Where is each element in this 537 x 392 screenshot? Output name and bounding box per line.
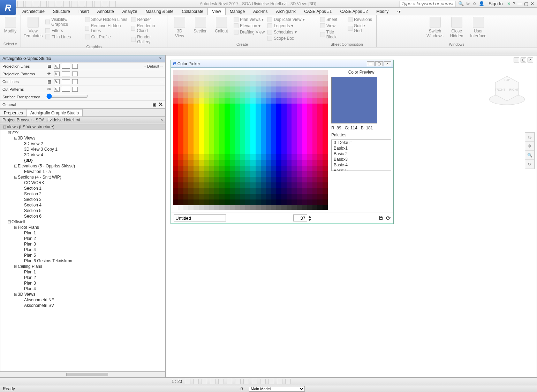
tree-node[interactable]: ⊟??? [0, 130, 165, 135]
temp-hide-icon[interactable] [252, 379, 257, 384]
pattern-icon[interactable] [72, 71, 78, 76]
tree-node[interactable]: ⊟Floor Plans [0, 225, 165, 230]
app-menu-button[interactable]: R [0, 0, 16, 15]
view-templates-button[interactable]: View Templates [24, 17, 43, 38]
visibility-toggle-icon[interactable]: 👁 [46, 87, 52, 92]
ribbon-legends-[interactable]: Legends ▾ [267, 23, 305, 29]
ribbon-revisions[interactable]: Revisions [348, 17, 373, 22]
color-grid[interactable] [173, 70, 328, 205]
visibility-toggle-icon[interactable]: ▦ [46, 64, 52, 69]
zoom-icon[interactable]: 🔍 [525, 151, 534, 160]
transparency-slider[interactable] [46, 93, 88, 99]
tree-node[interactable]: Plan 6 Gesims Tekniskrom [0, 258, 165, 264]
ribbon-visibility-graphics[interactable]: Visibility/ Graphics [45, 17, 82, 27]
save-palette-icon[interactable]: 🗎 [378, 215, 384, 221]
apply-icon[interactable]: ▣ [152, 102, 156, 107]
viewcube[interactable]: TOP FRONT RIGHT [488, 69, 526, 108]
qat-text-icon[interactable] [71, 1, 77, 7]
palette-item[interactable]: Basic-3 [332, 157, 391, 162]
pattern-icon[interactable] [72, 79, 78, 84]
qat-redo-icon[interactable] [40, 1, 47, 7]
tree-node[interactable]: ⊟3D Views [0, 292, 165, 297]
analytical-icon[interactable] [277, 379, 282, 384]
ribbon-render-gallery[interactable]: Render Gallery [131, 34, 164, 45]
color-swatch[interactable] [62, 87, 70, 92]
palette-item[interactable]: 0_Default [332, 140, 391, 145]
view-close-icon[interactable]: × [528, 58, 533, 62]
ribbon-section-button[interactable]: Section [191, 17, 210, 38]
ribbon-user-interface-button[interactable]: User Interface [469, 17, 488, 38]
reveal-icon[interactable] [260, 379, 266, 384]
qat-sync-icon[interactable] [86, 1, 93, 7]
ribbon-schedules-[interactable]: Schedules ▾ [267, 29, 305, 35]
ribbon-tab-architecture[interactable]: Architecture [18, 8, 49, 15]
pb-close-icon[interactable]: × [160, 118, 163, 122]
select-dropdown[interactable]: Select ▾ [3, 42, 18, 46]
ribbon-sheet[interactable]: Sheet [320, 17, 345, 22]
ribbon-tab-collaborate[interactable]: Collaborate [178, 8, 207, 15]
panel-tab-archigrafix-graphic-studio[interactable]: Archigrafix Graphic Studio [27, 109, 83, 116]
constraints-icon[interactable] [268, 379, 274, 384]
qat-3d-icon[interactable] [79, 1, 85, 7]
highlight-icon[interactable] [285, 379, 291, 384]
ribbon-3d-view-button[interactable]: 3D View [170, 17, 189, 38]
pen-icon[interactable]: ✎ [54, 64, 60, 69]
tree-node[interactable]: Aksonometri NE [0, 297, 165, 303]
ribbon-tab-analyze[interactable]: Analyze [118, 8, 142, 15]
ribbon-guide-grid[interactable]: Guide Grid [348, 23, 373, 33]
navigation-bar[interactable]: ◎ ✥ 🔍 ⟳ [525, 132, 535, 169]
maximize-icon[interactable]: ▢ [524, 1, 528, 6]
qat-open-icon[interactable] [17, 1, 24, 7]
shadows-icon[interactable] [210, 379, 215, 384]
exchange-icon[interactable]: ✕ [507, 1, 511, 6]
palette-name-input[interactable] [174, 214, 226, 221]
help-icon[interactable]: ? [513, 1, 515, 6]
ribbon-cut-profile[interactable]: Cut Profile [85, 34, 128, 40]
palette-item[interactable]: Basic-4 [332, 162, 391, 168]
ribbon-tab-case-apps-2[interactable]: CASE Apps #2 [336, 8, 372, 15]
ribbon-overflow-icon[interactable]: ▫▾ [393, 8, 404, 15]
fullnav-icon[interactable]: ◎ [525, 133, 534, 142]
ribbon-tab-modify[interactable]: Modify [372, 8, 393, 15]
tree-node[interactable]: Section 3 [0, 197, 165, 202]
main-model-select[interactable]: Main Model [249, 386, 305, 392]
project-browser-tree[interactable]: ⊟Views (LS View structure)⊟???⊟3D Views3… [0, 123, 165, 372]
tree-node[interactable]: Plan 4 [0, 247, 165, 252]
view-min-icon[interactable]: — [514, 58, 519, 62]
palette-count-input[interactable] [293, 214, 307, 221]
ribbon-tab-archigrafix[interactable]: Archigrafix [272, 8, 300, 15]
tree-node[interactable]: Plan 2 [0, 236, 165, 241]
signin-button[interactable]: Sign In [489, 1, 502, 6]
close-icon[interactable]: ✕ [530, 1, 534, 6]
cp-min-icon[interactable]: — [367, 61, 375, 66]
search-input[interactable] [400, 1, 455, 7]
tree-node[interactable]: Section 1 [0, 186, 165, 191]
orbit-icon[interactable]: ⟳ [525, 160, 534, 169]
ribbon-show-hidden-lines[interactable]: Show Hidden Lines [85, 17, 128, 22]
pattern-icon[interactable] [72, 87, 78, 92]
view-canvas[interactable]: — ▢ × RColor Picker — ▢ × Color Prev [166, 55, 537, 377]
qat-dim-icon[interactable] [63, 1, 70, 7]
tree-node[interactable]: 3D View 3 Copy 1 [0, 146, 165, 152]
ribbon-thin-lines[interactable]: Thin Lines [45, 34, 82, 40]
ribbon-close-hidden-button[interactable]: Close Hidden [447, 17, 466, 38]
tree-node[interactable]: Section 2 [0, 191, 165, 197]
qat-undo-icon[interactable] [33, 1, 39, 7]
pen-icon[interactable]: ✎ [54, 71, 60, 76]
ribbon-render-in-cloud[interactable]: Render in Cloud [131, 23, 164, 33]
visual-style-icon[interactable] [193, 379, 199, 384]
tree-node[interactable]: Elevation 1 - a [0, 169, 165, 174]
tree-node[interactable]: ⊟Elevations (5 - Oppriss Skisse) [0, 163, 165, 169]
palette-item[interactable]: Basic-1 [332, 145, 391, 151]
ribbon-duplicate-view-[interactable]: Duplicate View ▾ [267, 17, 305, 22]
tree-node[interactable]: Plan 1 [0, 269, 165, 275]
detail-level-icon[interactable] [185, 379, 190, 384]
pattern-icon[interactable] [72, 64, 78, 69]
ribbon-plan-views-[interactable]: Plan Views ▾ [234, 17, 265, 22]
search-icon[interactable]: 🔍 [458, 1, 464, 6]
pen-icon[interactable]: ✎ [54, 79, 60, 84]
grayscale-row[interactable] [173, 205, 328, 210]
ribbon-render[interactable]: Render [131, 17, 164, 22]
tree-node[interactable]: 3D View 2 [0, 141, 165, 146]
view-max-icon[interactable]: ▢ [521, 58, 526, 62]
